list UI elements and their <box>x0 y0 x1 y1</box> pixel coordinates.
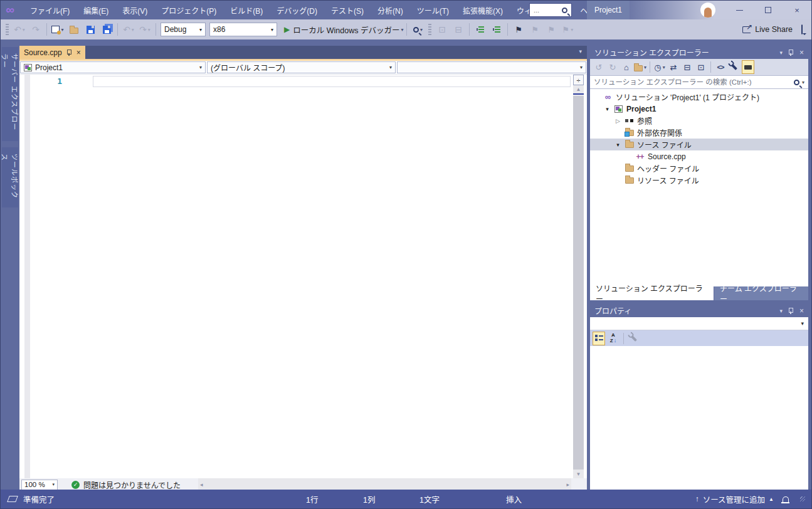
background-tasks-icon[interactable] <box>7 496 18 502</box>
menu-debug[interactable]: デバッグ(D) <box>270 1 324 19</box>
tab-team-explorer[interactable]: チーム エクスプローラー <box>714 286 808 300</box>
alphabetical-sort-button[interactable]: AZ↓ <box>607 332 620 345</box>
close-button[interactable]: × <box>783 1 811 19</box>
tree-item-project[interactable]: ▾ Project1 <box>590 103 808 115</box>
window-position-dropdown-icon[interactable]: ▾ <box>779 50 783 56</box>
solution-configuration-combobox[interactable]: Debug▾ <box>161 23 206 36</box>
feedback-button[interactable] <box>801 25 803 34</box>
open-file-button[interactable] <box>66 22 82 37</box>
add-to-source-control-button[interactable]: ↑ ソース管理に追加 ▲ <box>695 493 774 505</box>
menu-analyze[interactable]: 分析(N) <box>371 1 410 19</box>
split-window-handle[interactable]: ÷ <box>573 75 584 85</box>
tree-item-external-dependencies[interactable]: 外部依存関係 <box>590 127 808 139</box>
search-input[interactable] <box>594 78 791 86</box>
sync-with-active-document-button[interactable]: ⇄ <box>667 60 680 74</box>
menu-build[interactable]: ビルド(B) <box>223 1 270 19</box>
tree-item-references[interactable]: ▷ 参照 <box>590 115 808 127</box>
scope-dropdown[interactable]: (グローバル スコープ)▾ <box>207 61 396 73</box>
scroll-left-arrow[interactable]: ◂ <box>200 481 203 488</box>
view-code-button[interactable]: <> <box>714 60 727 74</box>
navigate-back-button[interactable]: ↶ <box>12 22 27 37</box>
properties-button[interactable] <box>728 60 741 74</box>
document-tab-source-cpp[interactable]: Source.cpp × <box>19 46 85 59</box>
preview-selected-items-button[interactable]: ⊡ <box>695 60 707 74</box>
pending-changes-filter-button[interactable]: ◷ <box>653 60 666 74</box>
collapse-all-button[interactable]: ⊟ <box>681 60 693 74</box>
tree-item-source-files[interactable]: ▾ ソース ファイル <box>590 139 808 150</box>
next-bookmark-button[interactable]: ⚑ <box>544 22 559 37</box>
categorized-toggle[interactable] <box>593 332 605 345</box>
project-dropdown[interactable]: Project1 ▾ <box>20 61 206 73</box>
expander-collapsed-icon[interactable]: ▷ <box>614 118 621 124</box>
solution-platform-combobox[interactable]: x86▾ <box>209 23 277 36</box>
resize-grip[interactable] <box>800 496 805 501</box>
menu-project[interactable]: プロジェクト(P) <box>154 1 223 19</box>
navigate-forward-button[interactable]: ↷ <box>28 22 43 37</box>
member-dropdown[interactable]: ▾ <box>397 61 586 73</box>
home-button[interactable]: ⌂ <box>620 60 633 74</box>
pin-icon[interactable] <box>788 308 794 314</box>
back-button[interactable]: ↺ <box>593 60 605 74</box>
editor-horizontal-scrollbar[interactable]: ◂ ▸ <box>198 478 571 491</box>
previous-bookmark-button[interactable]: ⚑ <box>527 22 542 37</box>
maximize-button[interactable] <box>754 1 783 19</box>
document-health-indicator[interactable]: ✓ 問題は見つかりませんでした <box>71 480 181 490</box>
notifications-bell-icon[interactable] <box>783 496 789 502</box>
menu-file[interactable]: ファイル(F) <box>23 1 76 19</box>
close-icon[interactable]: × <box>799 48 804 57</box>
pin-icon[interactable] <box>788 50 794 56</box>
new-project-button[interactable] <box>50 22 65 37</box>
close-icon[interactable]: × <box>76 49 81 56</box>
quick-search-box[interactable]: ... <box>529 3 572 17</box>
save-button[interactable] <box>83 22 98 37</box>
scroll-up-arrow[interactable]: ▲ <box>573 85 584 93</box>
code-editor[interactable]: 1 ÷ ▲ ▼ <box>19 75 587 478</box>
switch-views-button[interactable] <box>634 60 646 74</box>
search-options-dropdown[interactable]: ▾ <box>802 80 804 85</box>
breakpoint-margin[interactable] <box>24 75 30 478</box>
server-explorer-tab[interactable]: サーバー エクスプローラー <box>2 47 18 141</box>
live-share-button[interactable]: Live Share <box>742 25 793 34</box>
menu-view[interactable]: 表示(V) <box>115 1 154 19</box>
navigate-to-button[interactable]: ⊡ <box>435 22 450 37</box>
menu-edit[interactable]: 編集(E) <box>76 1 115 19</box>
increase-indent-button[interactable] <box>489 22 504 37</box>
forward-button[interactable]: ↻ <box>606 60 619 74</box>
menu-test[interactable]: テスト(S) <box>324 1 371 19</box>
expander-expanded-icon[interactable]: ▾ <box>604 106 611 112</box>
properties-object-combobox[interactable]: ▾ <box>590 317 808 330</box>
tree-item-solution[interactable]: ∞ ソリューション 'Project1' (1 プロジェクト) <box>590 91 808 103</box>
save-all-button[interactable] <box>99 22 114 37</box>
pin-icon[interactable] <box>66 50 72 55</box>
redo-button[interactable]: ↷ <box>137 22 152 37</box>
undo-button[interactable]: ↶ <box>121 22 136 37</box>
close-icon[interactable]: × <box>799 307 804 315</box>
scroll-down-arrow[interactable]: ▼ <box>573 470 584 478</box>
start-debugging-button[interactable]: ▶ ローカル Windows デバッガー <box>284 22 403 37</box>
decrease-indent-button[interactable] <box>473 22 488 37</box>
toolbox-tab[interactable]: ツールボックス <box>2 147 18 207</box>
window-position-dropdown-icon[interactable]: ▾ <box>779 308 783 314</box>
expander-expanded-icon[interactable]: ▾ <box>614 142 621 148</box>
tree-item-resource-files[interactable]: リソース ファイル <box>590 174 808 186</box>
toggle-bookmark-button[interactable]: ⚑ <box>511 22 526 37</box>
account-avatar[interactable] <box>700 3 715 18</box>
show-all-files-toggle[interactable] <box>742 60 754 74</box>
minimize-button[interactable] <box>725 1 754 19</box>
tree-item-header-files[interactable]: ヘッダー ファイル <box>590 162 808 174</box>
toolbar-grip[interactable] <box>428 24 431 35</box>
property-pages-button[interactable] <box>628 332 640 345</box>
document-list-dropdown[interactable]: ▾ <box>579 48 582 55</box>
zoom-level-combobox[interactable]: 100 %▾ <box>21 480 58 490</box>
scroll-right-arrow[interactable]: ▸ <box>566 481 569 488</box>
menu-extensions[interactable]: 拡張機能(X) <box>456 1 510 19</box>
toolbar-grip[interactable] <box>6 24 9 35</box>
tree-item-source-cpp[interactable]: ++ Source.cpp <box>590 150 808 162</box>
menu-tools[interactable]: ツール(T) <box>410 1 456 19</box>
comment-button[interactable]: ⊟ <box>451 22 466 37</box>
clear-bookmarks-button[interactable]: ⚑ <box>560 22 575 37</box>
find-in-files-button[interactable] <box>410 22 425 37</box>
scrollbar-thumb[interactable] <box>573 96 584 470</box>
tab-solution-explorer[interactable]: ソリューション エクスプローラー <box>590 286 714 300</box>
editor-vertical-scrollbar[interactable]: ÷ ▲ ▼ <box>573 75 584 478</box>
